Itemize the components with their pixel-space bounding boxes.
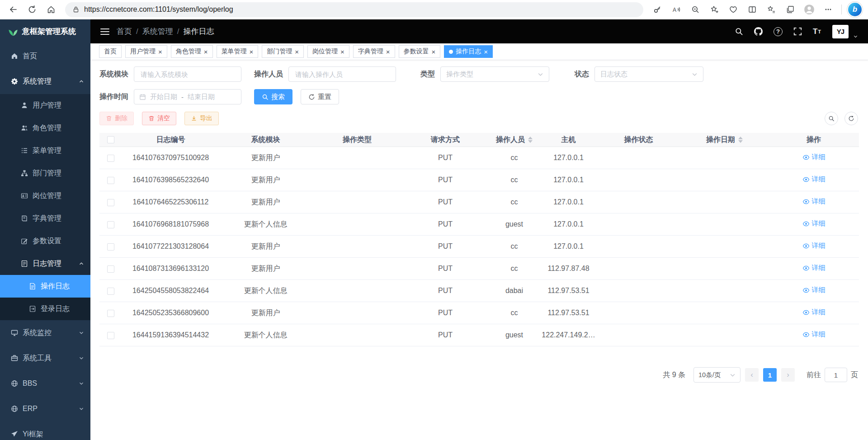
detail-link[interactable]: 详细 bbox=[802, 219, 826, 228]
module-input[interactable] bbox=[134, 66, 241, 82]
sidebar-item-oper-log[interactable]: 操作日志 bbox=[0, 275, 90, 298]
prev-page-button[interactable]: ‹ bbox=[745, 368, 759, 382]
goto-page-input[interactable] bbox=[825, 368, 847, 382]
password-key-icon[interactable] bbox=[649, 2, 666, 17]
browser-refresh-button[interactable] bbox=[24, 2, 41, 17]
user-logo[interactable]: YJ bbox=[832, 25, 849, 38]
select-all-checkbox[interactable] bbox=[107, 136, 114, 143]
address-bar[interactable]: https://ccnetcore.com:1101/system/log/op… bbox=[65, 2, 643, 17]
help-icon[interactable]: ? bbox=[774, 27, 783, 36]
detail-link[interactable]: 详细 bbox=[802, 264, 826, 272]
app-logo[interactable]: 意框架管理系统 bbox=[0, 19, 90, 43]
date-range-picker[interactable]: 开始日期 - 结束日期 bbox=[134, 89, 241, 104]
row-checkbox[interactable] bbox=[107, 155, 114, 162]
sidebar-item-system-mgmt[interactable]: 系统管理 bbox=[0, 69, 90, 94]
browser-back-button[interactable] bbox=[5, 2, 22, 17]
sidebar-item-log-mgmt[interactable]: 日志管理 bbox=[0, 252, 90, 275]
github-icon[interactable] bbox=[754, 27, 763, 36]
sort-desc-icon[interactable] bbox=[528, 140, 533, 143]
close-icon[interactable]: × bbox=[204, 48, 208, 55]
font-size-icon[interactable]: TT bbox=[813, 27, 821, 36]
sidebar-item-erp[interactable]: ERP bbox=[0, 396, 90, 421]
sort-icon[interactable] bbox=[738, 137, 743, 143]
browser-essentials-icon[interactable] bbox=[725, 2, 742, 17]
detail-link[interactable]: 详细 bbox=[802, 330, 826, 339]
browser-settings-more-icon[interactable] bbox=[820, 2, 837, 17]
sidebar-item-dept-mgmt[interactable]: 部门管理 bbox=[0, 162, 90, 185]
read-aloud-icon[interactable]: A bbox=[668, 2, 685, 17]
detail-link[interactable]: 详细 bbox=[802, 241, 826, 250]
row-checkbox[interactable] bbox=[107, 243, 114, 251]
next-page-button[interactable]: › bbox=[781, 368, 795, 382]
sidebar-toggle-icon[interactable] bbox=[100, 28, 109, 35]
sidebar-item-post-mgmt[interactable]: 岗位管理 bbox=[0, 185, 90, 207]
close-icon[interactable]: × bbox=[250, 48, 254, 55]
browser-profile-avatar[interactable] bbox=[801, 2, 818, 17]
sidebar-item-system-monitor[interactable]: 系统监控 bbox=[0, 320, 90, 345]
close-icon[interactable]: × bbox=[158, 48, 162, 55]
row-checkbox[interactable] bbox=[107, 199, 114, 206]
header-search-icon[interactable] bbox=[735, 27, 743, 36]
sidebar-item-param-settings[interactable]: 参数设置 bbox=[0, 230, 90, 252]
collections-icon[interactable] bbox=[782, 2, 799, 17]
delete-button[interactable]: 删除 bbox=[99, 112, 134, 125]
tab-参数设置[interactable]: 参数设置× bbox=[399, 45, 441, 58]
row-checkbox[interactable] bbox=[107, 265, 114, 273]
detail-link[interactable]: 详细 bbox=[802, 308, 826, 317]
breadcrumb-item[interactable]: 系统管理 bbox=[142, 26, 173, 37]
sidebar-item-dict-mgmt[interactable]: 字典管理 bbox=[0, 207, 90, 230]
sidebar-item-system-tools[interactable]: 系统工具 bbox=[0, 345, 90, 371]
sort-asc-icon[interactable] bbox=[528, 137, 533, 139]
row-checkbox[interactable] bbox=[107, 332, 114, 339]
export-button[interactable]: 导出 bbox=[184, 112, 219, 125]
sort-icon[interactable] bbox=[528, 137, 533, 143]
row-checkbox[interactable] bbox=[107, 221, 114, 228]
fullscreen-icon[interactable] bbox=[793, 27, 802, 36]
sort-asc-icon[interactable] bbox=[738, 137, 743, 139]
type-select[interactable]: 操作类型 bbox=[440, 66, 549, 82]
favorites-add-icon[interactable] bbox=[706, 2, 723, 17]
detail-link[interactable]: 详细 bbox=[802, 175, 826, 184]
sidebar-item-home[interactable]: 首页 bbox=[0, 43, 90, 69]
status-select[interactable]: 日志状态 bbox=[594, 66, 703, 82]
tab-用户管理[interactable]: 用户管理× bbox=[125, 45, 167, 58]
bing-icon[interactable]: b bbox=[848, 3, 862, 16]
sidebar-item-yi-framework[interactable]: Yi框架 bbox=[0, 421, 90, 440]
detail-link[interactable]: 详细 bbox=[802, 286, 826, 294]
page-size-select[interactable]: 10条/页 bbox=[693, 367, 741, 383]
tab-菜单管理[interactable]: 菜单管理× bbox=[217, 45, 259, 58]
breadcrumb-item[interactable]: 首页 bbox=[117, 26, 132, 37]
browser-home-button[interactable] bbox=[42, 2, 60, 17]
reset-button[interactable]: 重置 bbox=[301, 89, 339, 104]
detail-link[interactable]: 详细 bbox=[802, 197, 826, 206]
sidebar-item-menu-mgmt[interactable]: 菜单管理 bbox=[0, 139, 90, 162]
close-icon[interactable]: × bbox=[295, 48, 299, 55]
sidebar-item-bbs[interactable]: BBS bbox=[0, 371, 90, 396]
search-button[interactable]: 搜索 bbox=[254, 89, 292, 104]
sort-desc-icon[interactable] bbox=[738, 140, 743, 143]
page-1-button[interactable]: 1 bbox=[763, 368, 777, 382]
close-icon[interactable]: × bbox=[386, 48, 390, 55]
toggle-search-button[interactable] bbox=[825, 112, 838, 125]
refresh-table-button[interactable] bbox=[844, 112, 858, 125]
operator-input[interactable] bbox=[288, 66, 396, 82]
tab-字典管理[interactable]: 字典管理× bbox=[353, 45, 395, 58]
row-checkbox[interactable] bbox=[107, 288, 114, 295]
tab-首页[interactable]: 首页 bbox=[99, 45, 122, 58]
zoom-out-icon[interactable] bbox=[687, 2, 704, 17]
tab-角色管理[interactable]: 角色管理× bbox=[171, 45, 213, 58]
tab-部门管理[interactable]: 部门管理× bbox=[262, 45, 304, 58]
sidebar-item-user-mgmt[interactable]: 用户管理 bbox=[0, 94, 90, 117]
row-checkbox[interactable] bbox=[107, 310, 114, 317]
close-icon[interactable]: × bbox=[484, 48, 488, 55]
close-icon[interactable]: × bbox=[340, 48, 344, 55]
tab-岗位管理[interactable]: 岗位管理× bbox=[307, 45, 349, 58]
sidebar-item-login-log[interactable]: 登录日志 bbox=[0, 298, 90, 320]
close-icon[interactable]: × bbox=[432, 48, 436, 55]
tab-操作日志[interactable]: 操作日志× bbox=[444, 45, 493, 58]
sidebar-item-role-mgmt[interactable]: 角色管理 bbox=[0, 117, 90, 139]
row-checkbox[interactable] bbox=[107, 177, 114, 184]
favorites-bar-icon[interactable] bbox=[763, 2, 780, 17]
split-screen-icon[interactable] bbox=[744, 2, 761, 17]
detail-link[interactable]: 详细 bbox=[802, 153, 826, 161]
